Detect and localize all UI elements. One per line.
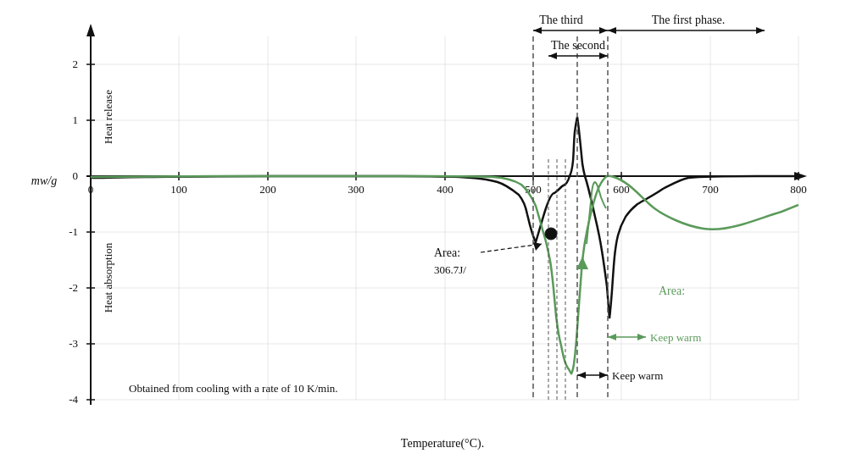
- svg-text:The first phase.: The first phase.: [652, 14, 726, 26]
- svg-text:The second: The second: [551, 39, 605, 52]
- svg-text:Area:: Area:: [659, 285, 685, 297]
- svg-rect-0: [19, 7, 849, 464]
- svg-text:100: 100: [170, 183, 187, 196]
- svg-text:0: 0: [73, 169, 79, 182]
- svg-text:700: 700: [702, 183, 719, 196]
- svg-text:Area:: Area:: [434, 246, 460, 259]
- svg-text:400: 400: [437, 183, 453, 196]
- svg-point-88: [545, 228, 557, 240]
- svg-text:Heat absorption: Heat absorption: [102, 242, 114, 312]
- chart-container: 2 1 0 -1 -2 -3 -4 0 100 200 300 400 500 …: [19, 7, 849, 464]
- svg-text:The third: The third: [539, 14, 583, 26]
- svg-text:-2: -2: [69, 281, 78, 294]
- svg-text:-3: -3: [69, 337, 78, 350]
- svg-text:306.7J/: 306.7J/: [434, 263, 466, 276]
- svg-text:Keep warm: Keep warm: [612, 369, 663, 382]
- svg-text:300: 300: [348, 183, 364, 196]
- svg-text:Heat release: Heat release: [102, 89, 114, 143]
- svg-text:-1: -1: [69, 225, 78, 238]
- svg-text:1: 1: [73, 113, 79, 126]
- svg-text:800: 800: [790, 183, 807, 196]
- svg-text:mw/g: mw/g: [31, 174, 57, 187]
- svg-text:200: 200: [259, 183, 276, 196]
- svg-text:0: 0: [88, 183, 94, 196]
- svg-text:2: 2: [73, 58, 79, 70]
- svg-text:Obtained from cooling with a r: Obtained from cooling with a rate of 10 …: [129, 382, 338, 395]
- svg-text:-4: -4: [69, 393, 78, 406]
- svg-text:Temperature(°C).: Temperature(°C).: [401, 437, 484, 451]
- svg-text:Keep warm: Keep warm: [650, 331, 701, 344]
